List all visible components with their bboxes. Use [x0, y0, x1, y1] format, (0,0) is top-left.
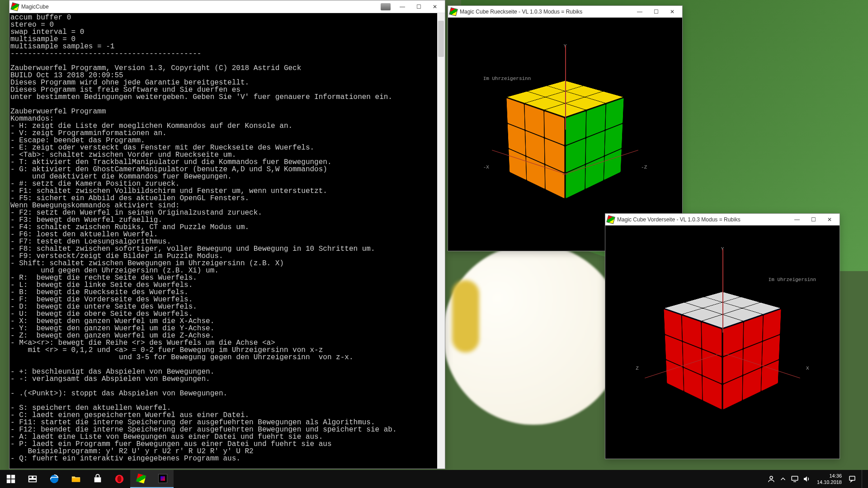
edge-browser-icon[interactable]: [43, 470, 65, 488]
task-view-button[interactable]: [22, 470, 43, 488]
close-button[interactable]: ✕: [664, 6, 680, 17]
scrollbar-thumb[interactable]: [438, 21, 444, 57]
minimize-button[interactable]: —: [789, 214, 805, 225]
axis-label-z: Z: [636, 366, 639, 371]
y-axis-line: [565, 46, 566, 130]
file-explorer-icon[interactable]: [65, 470, 87, 488]
svg-rect-8: [72, 478, 80, 482]
opera-icon[interactable]: [108, 470, 130, 488]
maximize-button[interactable]: ☐: [410, 1, 427, 12]
console-window: MagicCube — ☐ ✕ accum buffer 0 stereo = …: [9, 0, 445, 469]
minimize-button[interactable]: —: [394, 1, 410, 12]
clock-time: 14:36: [817, 473, 842, 479]
start-button[interactable]: [0, 470, 22, 488]
front-cube-window: Magic Cube Vorderseite - VL 1.0.3 Modus …: [605, 213, 840, 459]
close-button[interactable]: ✕: [821, 214, 838, 225]
close-button[interactable]: ✕: [427, 1, 443, 12]
axis-label-z: -Z: [641, 164, 647, 170]
magiccube-task-icon[interactable]: [130, 470, 152, 488]
minimize-button[interactable]: —: [632, 6, 648, 17]
magiccube-app-icon: [449, 7, 458, 16]
svg-rect-4: [29, 476, 32, 479]
axis-label-x: -X: [483, 164, 489, 170]
wallpaper-detail: [452, 280, 479, 352]
svg-rect-2: [7, 479, 10, 483]
console-scrollbar[interactable]: [437, 13, 445, 469]
svg-rect-0: [7, 475, 10, 479]
maximize-button[interactable]: ☐: [648, 6, 664, 17]
svg-rect-13: [849, 476, 855, 480]
rear-title: Magic Cube Rueckseite - VL 1.0.3 Modus =…: [460, 9, 632, 15]
projector-icon: [381, 3, 391, 10]
magiccube-gl-task-icon[interactable]: [152, 470, 174, 488]
svg-rect-6: [29, 479, 37, 482]
svg-point-11: [770, 476, 773, 479]
maximize-button[interactable]: ☐: [805, 214, 821, 225]
axis-label-x: X: [806, 366, 809, 371]
taskbar: 14:36 14.10.2018: [0, 470, 868, 488]
action-center-icon[interactable]: [848, 475, 856, 483]
svg-point-10: [117, 476, 121, 483]
direction-label: Im Uhrzeigersinn: [769, 277, 816, 282]
taskbar-clock[interactable]: 14:36 14.10.2018: [814, 473, 844, 485]
rear-cube[interactable]: [537, 89, 596, 186]
console-output[interactable]: accum buffer 0 stereo = 0 swap interval …: [9, 13, 445, 469]
clock-date: 14.10.2018: [817, 479, 842, 485]
y-axis-line: [722, 249, 723, 333]
network-icon[interactable]: [791, 475, 799, 483]
svg-rect-12: [792, 476, 798, 480]
tray-chevron-icon[interactable]: [779, 475, 787, 483]
svg-rect-3: [11, 479, 15, 483]
magiccube-app-icon: [10, 2, 19, 11]
store-icon[interactable]: [87, 470, 108, 488]
rear-titlebar[interactable]: Magic Cube Rueckseite - VL 1.0.3 Modus =…: [448, 6, 682, 18]
front-cube-viewport[interactable]: Y X Z Im Uhrzeigersinn: [605, 225, 840, 459]
magiccube-app-icon: [606, 215, 615, 224]
front-cube[interactable]: [694, 300, 754, 397]
people-icon[interactable]: [767, 475, 775, 483]
svg-rect-1: [11, 475, 15, 479]
front-title: Magic Cube Vorderseite - VL 1.0.3 Modus …: [617, 216, 789, 223]
direction-label: Im Uhrzeigersinn: [483, 76, 531, 81]
console-titlebar[interactable]: MagicCube — ☐ ✕: [9, 0, 445, 13]
volume-icon[interactable]: [802, 475, 811, 483]
svg-rect-5: [33, 476, 36, 479]
front-titlebar[interactable]: Magic Cube Vorderseite - VL 1.0.3 Modus …: [605, 214, 840, 225]
console-title: MagicCube: [21, 4, 381, 10]
show-desktop-button[interactable]: [862, 470, 864, 488]
